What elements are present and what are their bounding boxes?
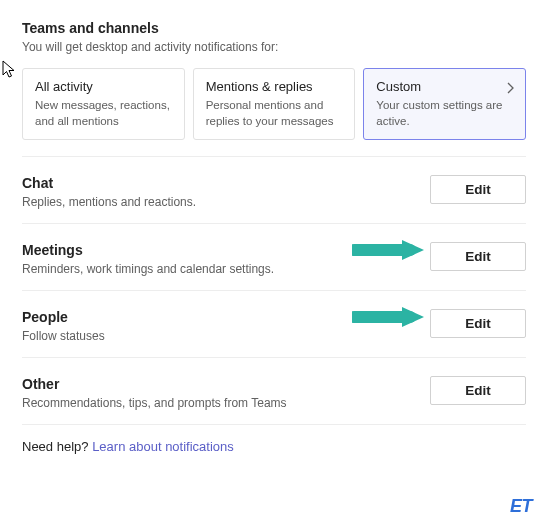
- card-desc: New messages, reactions, and all mention…: [35, 98, 172, 129]
- meetings-edit-button[interactable]: Edit: [430, 242, 526, 271]
- card-desc: Your custom settings are active.: [376, 98, 513, 129]
- card-all-activity[interactable]: All activity New messages, reactions, an…: [22, 68, 185, 140]
- other-edit-button[interactable]: Edit: [430, 376, 526, 405]
- et-logo: ET: [510, 496, 532, 517]
- help-text: Need help? Learn about notifications: [22, 439, 526, 454]
- chat-edit-button[interactable]: Edit: [430, 175, 526, 204]
- card-title: Custom: [376, 79, 513, 94]
- people-desc: Follow statuses: [22, 329, 430, 343]
- chat-title: Chat: [22, 175, 430, 191]
- people-row: People Follow statuses Edit: [22, 291, 526, 358]
- learn-about-notifications-link[interactable]: Learn about notifications: [92, 439, 234, 454]
- meetings-desc: Reminders, work timings and calendar set…: [22, 262, 430, 276]
- chevron-right-icon: [505, 81, 515, 97]
- card-title: Mentions & replies: [206, 79, 343, 94]
- other-row: Other Recommendations, tips, and prompts…: [22, 358, 526, 425]
- teams-channels-subtitle: You will get desktop and activity notifi…: [22, 40, 526, 54]
- teams-channels-title: Teams and channels: [22, 20, 526, 36]
- card-desc: Personal mentions and replies to your me…: [206, 98, 343, 129]
- cursor-icon: [2, 60, 18, 80]
- other-title: Other: [22, 376, 430, 392]
- help-prefix: Need help?: [22, 439, 92, 454]
- chat-desc: Replies, mentions and reactions.: [22, 195, 430, 209]
- card-custom[interactable]: Custom Your custom settings are active.: [363, 68, 526, 140]
- meetings-title: Meetings: [22, 242, 430, 258]
- card-title: All activity: [35, 79, 172, 94]
- card-mentions-replies[interactable]: Mentions & replies Personal mentions and…: [193, 68, 356, 140]
- meetings-row: Meetings Reminders, work timings and cal…: [22, 224, 526, 291]
- people-title: People: [22, 309, 430, 325]
- notification-mode-cards: All activity New messages, reactions, an…: [22, 68, 526, 140]
- teams-and-channels-section: Teams and channels You will get desktop …: [22, 20, 526, 140]
- other-desc: Recommendations, tips, and prompts from …: [22, 396, 430, 410]
- chat-row: Chat Replies, mentions and reactions. Ed…: [22, 157, 526, 224]
- people-edit-button[interactable]: Edit: [430, 309, 526, 338]
